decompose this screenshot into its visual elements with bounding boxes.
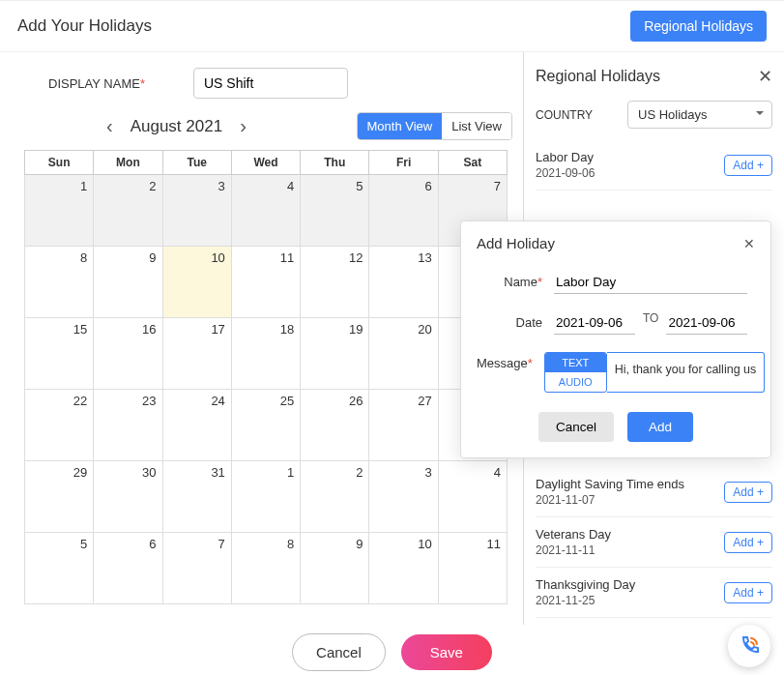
- regional-holidays-button[interactable]: Regional Holidays: [630, 11, 767, 42]
- phone-icon: [738, 634, 761, 658]
- modal-add-button[interactable]: Add: [627, 412, 693, 442]
- display-name-label: DISPLAY NAME*: [0, 76, 193, 91]
- call-fab[interactable]: [728, 625, 770, 667]
- calendar-cell[interactable]: 4: [438, 461, 507, 533]
- calendar-cell[interactable]: 18: [231, 318, 300, 390]
- calendar-cell[interactable]: 27: [369, 390, 438, 461]
- holiday-name: Veterans Day: [536, 527, 611, 542]
- holiday-name-input[interactable]: [554, 271, 747, 294]
- to-label: TO: [643, 311, 658, 325]
- regional-panel-title: Regional Holidays: [536, 68, 660, 85]
- modal-message-label: Message*: [477, 352, 544, 393]
- calendar-cell[interactable]: 20: [369, 318, 438, 390]
- calendar-cell[interactable]: 4: [231, 175, 300, 247]
- cancel-button[interactable]: Cancel: [292, 633, 386, 671]
- calendar-cell[interactable]: 30: [94, 461, 162, 533]
- calendar-cell[interactable]: 17: [162, 318, 231, 390]
- day-header: Sun: [25, 151, 94, 175]
- holiday-item: Thanksgiving Day2021-11-25Add +: [536, 568, 772, 618]
- holiday-name: Thanksgiving Day: [536, 577, 635, 592]
- month-view-toggle[interactable]: Month View: [358, 113, 443, 139]
- calendar-cell[interactable]: 8: [25, 247, 94, 318]
- modal-name-label: Name*: [477, 271, 554, 289]
- calendar-cell[interactable]: 10: [369, 533, 438, 604]
- add-holiday-button[interactable]: Add +: [724, 532, 772, 553]
- display-name-input[interactable]: [193, 68, 348, 99]
- calendar-grid: SunMonTueWedThuFriSat 123456789101112131…: [24, 150, 508, 604]
- country-label: COUNTRY: [536, 108, 593, 122]
- calendar-cell[interactable]: 29: [25, 461, 94, 533]
- add-holiday-button[interactable]: Add +: [724, 155, 772, 176]
- modal-date-label: Date: [477, 311, 554, 330]
- holiday-date: 2021-11-11: [536, 543, 611, 557]
- calendar-cell[interactable]: 11: [231, 247, 300, 318]
- holiday-item: Veterans Day2021-11-11Add +: [536, 517, 772, 568]
- calendar-cell[interactable]: 1: [231, 461, 300, 533]
- calendar-cell[interactable]: 25: [231, 390, 300, 461]
- add-holiday-button[interactable]: Add +: [724, 482, 772, 503]
- add-holiday-modal: Add Holiday ✕ Name* Date TO Message* TEX…: [460, 220, 771, 458]
- calendar-cell[interactable]: 3: [162, 175, 231, 247]
- calendar-cell[interactable]: 12: [301, 247, 369, 318]
- prev-month-chevron[interactable]: ‹: [106, 115, 113, 137]
- calendar-cell[interactable]: 31: [162, 461, 231, 533]
- modal-cancel-button[interactable]: Cancel: [538, 412, 614, 442]
- country-select[interactable]: US Holidays: [627, 101, 772, 129]
- holiday-date: 2021-11-25: [536, 594, 635, 607]
- message-text-toggle[interactable]: TEXT: [545, 353, 606, 372]
- day-header: Mon: [94, 151, 162, 175]
- calendar-cell[interactable]: 10: [162, 247, 231, 318]
- calendar-cell[interactable]: 2: [94, 175, 162, 247]
- day-header: Tue: [162, 151, 231, 175]
- calendar-cell[interactable]: 11: [438, 533, 507, 604]
- calendar-cell[interactable]: 5: [301, 175, 369, 247]
- holiday-date-from-input[interactable]: [554, 311, 635, 335]
- add-holiday-button[interactable]: Add +: [724, 582, 772, 603]
- holiday-item: Labor Day2021-09-06Add +: [536, 140, 772, 191]
- calendar-cell[interactable]: 24: [162, 390, 231, 461]
- calendar-cell[interactable]: 13: [369, 247, 438, 318]
- calendar-cell[interactable]: 9: [301, 533, 369, 604]
- next-month-chevron[interactable]: ›: [240, 115, 247, 137]
- calendar-cell[interactable]: 8: [231, 533, 300, 604]
- calendar-cell[interactable]: 6: [94, 533, 162, 604]
- calendar-cell[interactable]: 2: [301, 461, 369, 533]
- calendar-cell[interactable]: 3: [369, 461, 438, 533]
- calendar-cell[interactable]: 7: [162, 533, 231, 604]
- holiday-item: Daylight Saving Time ends2021-11-07Add +: [536, 467, 772, 517]
- holiday-date: 2021-09-06: [536, 166, 595, 180]
- calendar-cell[interactable]: 5: [25, 533, 94, 604]
- calendar-cell[interactable]: 15: [25, 318, 94, 390]
- calendar-cell[interactable]: 22: [25, 390, 94, 461]
- month-label: August 2021: [131, 117, 222, 136]
- message-text-input[interactable]: Hi, thank you for calling us: [607, 352, 766, 393]
- holiday-name: Daylight Saving Time ends: [536, 477, 684, 491]
- page-title: Add Your Holidays: [17, 16, 152, 36]
- modal-title: Add Holiday: [477, 235, 555, 251]
- calendar-cell[interactable]: 9: [94, 247, 162, 318]
- holiday-date-to-input[interactable]: [666, 311, 747, 335]
- calendar-cell[interactable]: 6: [369, 175, 438, 247]
- day-header: Sat: [438, 151, 507, 175]
- close-panel-icon[interactable]: ✕: [758, 66, 772, 87]
- calendar-cell[interactable]: 16: [94, 318, 162, 390]
- day-header: Fri: [369, 151, 438, 175]
- calendar-cell[interactable]: 26: [301, 390, 369, 461]
- holiday-name: Labor Day: [536, 150, 595, 164]
- day-header: Thu: [301, 151, 369, 175]
- list-view-toggle[interactable]: List View: [442, 113, 511, 139]
- calendar-cell[interactable]: 23: [94, 390, 162, 461]
- holiday-date: 2021-11-07: [536, 493, 684, 507]
- save-button[interactable]: Save: [401, 634, 492, 670]
- calendar-cell[interactable]: 1: [25, 175, 94, 247]
- day-header: Wed: [231, 151, 300, 175]
- message-audio-toggle[interactable]: AUDIO: [545, 372, 606, 392]
- close-modal-icon[interactable]: ✕: [743, 236, 755, 251]
- calendar-cell[interactable]: 19: [301, 318, 369, 390]
